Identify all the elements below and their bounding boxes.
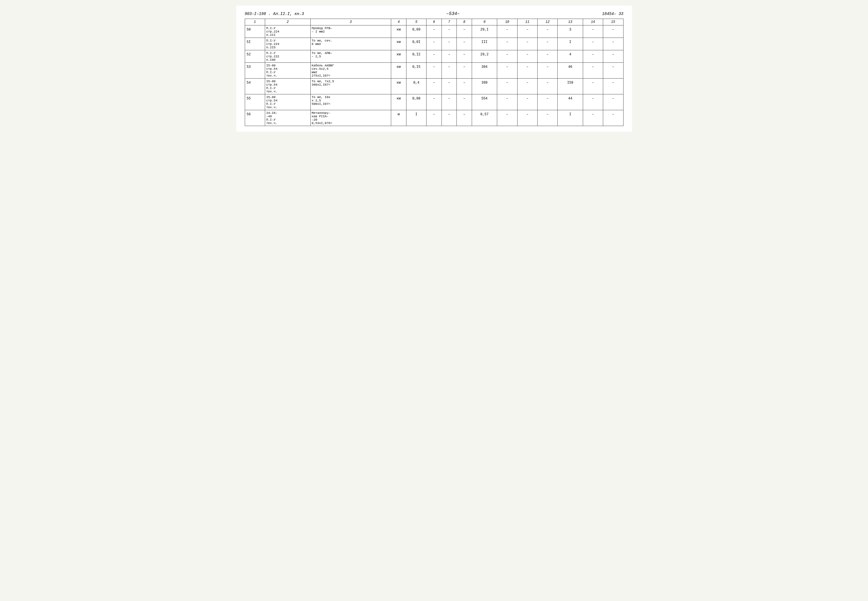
row-col-15: – bbox=[603, 110, 623, 126]
row-unit: км bbox=[391, 38, 406, 50]
row-col-14: – bbox=[583, 79, 603, 95]
row-number: 55 bbox=[245, 95, 265, 110]
header-center: –534– bbox=[446, 11, 460, 17]
row-col-9: 304 bbox=[472, 63, 497, 79]
row-col-12: – bbox=[537, 38, 557, 50]
row-col-9: 554 bbox=[472, 95, 497, 110]
row-number: 54 bbox=[245, 79, 265, 95]
row-col-14: – bbox=[583, 63, 603, 79]
row-col-11: – bbox=[517, 110, 537, 126]
table-row: 52П.I-У стр.222 п.I86То же, АПВ– – 2,5км… bbox=[245, 50, 623, 63]
row-col-12: – bbox=[537, 26, 557, 38]
row-number: 53 bbox=[245, 63, 265, 79]
row-qty: 0,I5 bbox=[406, 63, 426, 79]
row-col-7: – bbox=[441, 63, 457, 79]
row-col-9: III bbox=[472, 38, 497, 50]
row-unit: км bbox=[391, 63, 406, 79]
col-header-8: 8 bbox=[457, 19, 472, 26]
header-left: 903–I–198 . Ал.I2.I, кн.3 bbox=[245, 12, 304, 16]
header-right: 18454– 33 bbox=[602, 12, 624, 16]
row-ref: I5-09 стр.54 П.I-У тех.ч. bbox=[265, 79, 310, 95]
row-desc: То же, 7х2,5 360хI,I07= bbox=[310, 79, 391, 95]
row-col-9: 29,2 bbox=[472, 50, 497, 63]
row-unit: км bbox=[391, 95, 406, 110]
row-col-8: – bbox=[457, 110, 472, 126]
row-col-15: – bbox=[603, 63, 623, 79]
col-header-5: 5 bbox=[406, 19, 426, 26]
row-qty: 0,4 bbox=[406, 79, 426, 95]
table-row: 53I5-09 стр.54 П.I-У тех.ч.Кабель АКВВГ … bbox=[245, 63, 623, 79]
row-unit: км bbox=[391, 26, 406, 38]
main-table: 1 2 3 4 5 6 7 8 9 10 11 12 13 14 15 50П.… bbox=[245, 19, 624, 126]
col-header-2: 2 bbox=[265, 19, 310, 26]
row-qty: I bbox=[406, 110, 426, 126]
col-header-6: 6 bbox=[427, 19, 442, 26]
row-col-10: – bbox=[497, 79, 517, 95]
row-unit: км bbox=[391, 79, 406, 95]
row-col-10: – bbox=[497, 50, 517, 63]
col-header-11: 11 bbox=[517, 19, 537, 26]
row-col-8: – bbox=[457, 26, 472, 38]
row-desc: То же, I0х х 2,5 500хI,I07= bbox=[310, 95, 391, 110]
row-desc: Металлору– кав РIIА– –20 0,53хI,076= bbox=[310, 110, 391, 126]
row-col-10: – bbox=[497, 63, 517, 79]
row-col-9: 29,I bbox=[472, 26, 497, 38]
row-number: 56 bbox=[245, 110, 265, 126]
row-col-8: – bbox=[457, 95, 472, 110]
row-col-10: – bbox=[497, 38, 517, 50]
row-ref: 24–I6– –49 П.I-У тех.ч. bbox=[265, 110, 310, 126]
col-header-4: 4 bbox=[391, 19, 406, 26]
row-ref: П.I-У стр.222 п.I86 bbox=[265, 50, 310, 63]
row-qty: 0,0I bbox=[406, 38, 426, 50]
row-qty: 0,09 bbox=[406, 26, 426, 38]
row-col-13: I bbox=[558, 38, 583, 50]
row-number: 50 bbox=[245, 26, 265, 38]
row-col-11: – bbox=[517, 50, 537, 63]
row-desc: Кабель АКВВГ сеч.5х2,5 мм2 275хI,I07= bbox=[310, 63, 391, 79]
row-col-15: – bbox=[603, 50, 623, 63]
col-header-3: 3 bbox=[310, 19, 391, 26]
row-number: 5I bbox=[245, 38, 265, 50]
col-header-12: 12 bbox=[537, 19, 557, 26]
table-row: 54I5-09 стр.54 П.I-У тех.ч.То же, 7х2,5 … bbox=[245, 79, 623, 95]
row-col-14: – bbox=[583, 26, 603, 38]
row-col-12: – bbox=[537, 110, 557, 126]
row-qty: 0,08 bbox=[406, 95, 426, 110]
row-ref: П.I-У стр.224 п.2I5 bbox=[265, 38, 310, 50]
row-col-6: – bbox=[427, 110, 442, 126]
row-col-11: – bbox=[517, 63, 537, 79]
row-col-15: – bbox=[603, 95, 623, 110]
page: 903–I–198 . Ал.I2.I, кн.3 –534– 18454– 3… bbox=[236, 6, 632, 132]
row-col-13: I59 bbox=[558, 79, 583, 95]
row-col-7: – bbox=[441, 79, 457, 95]
row-qty: 0,I2 bbox=[406, 50, 426, 63]
row-col-11: – bbox=[517, 26, 537, 38]
row-col-13: I bbox=[558, 110, 583, 126]
row-unit: км bbox=[391, 50, 406, 63]
col-header-7: 7 bbox=[441, 19, 457, 26]
row-col-7: – bbox=[441, 26, 457, 38]
row-col-6: – bbox=[427, 50, 442, 63]
row-col-6: – bbox=[427, 38, 442, 50]
row-col-15: – bbox=[603, 79, 623, 95]
header-row: 1 2 3 4 5 6 7 8 9 10 11 12 13 14 15 bbox=[245, 19, 623, 26]
row-ref: I5-09 стр.54 П.I-У тех.ч. bbox=[265, 95, 310, 110]
row-col-9: 399 bbox=[472, 79, 497, 95]
row-desc: То же, сеч. 6 мм2 bbox=[310, 38, 391, 50]
row-col-8: – bbox=[457, 79, 472, 95]
col-header-10: 10 bbox=[497, 19, 517, 26]
row-col-12: – bbox=[537, 95, 557, 110]
header: 903–I–198 . Ал.I2.I, кн.3 –534– 18454– 3… bbox=[245, 11, 624, 17]
row-col-12: – bbox=[537, 63, 557, 79]
row-number: 52 bbox=[245, 50, 265, 63]
row-col-13: 44 bbox=[558, 95, 583, 110]
row-col-6: – bbox=[427, 79, 442, 95]
row-col-10: – bbox=[497, 26, 517, 38]
row-col-7: – bbox=[441, 110, 457, 126]
col-header-9: 9 bbox=[472, 19, 497, 26]
row-col-7: – bbox=[441, 50, 457, 63]
row-col-10: – bbox=[497, 95, 517, 110]
row-col-15: – bbox=[603, 26, 623, 38]
row-desc: Провод ПТВ– – I мм2 bbox=[310, 26, 391, 38]
row-ref: I5-09 стр.54 П.I-У тех.ч. bbox=[265, 63, 310, 79]
